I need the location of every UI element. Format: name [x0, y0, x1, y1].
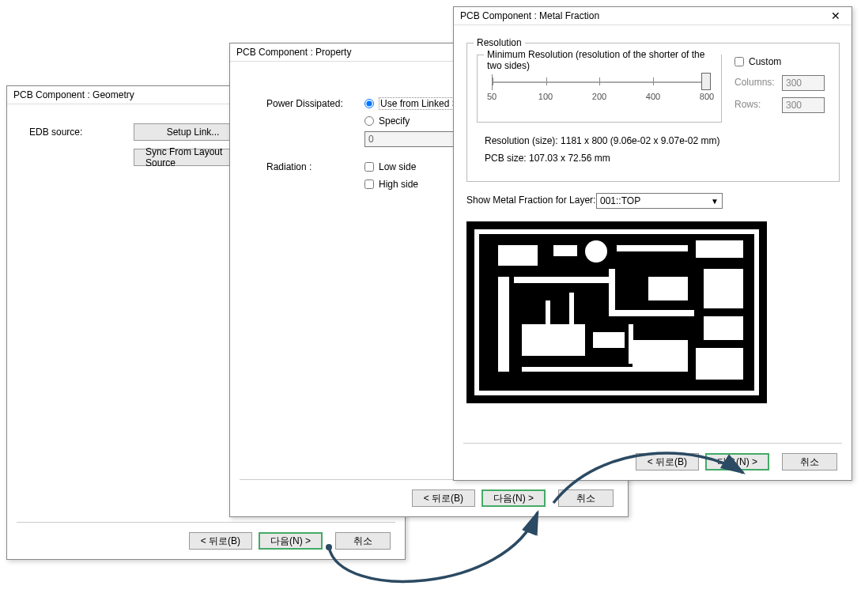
columns-label: Columns:	[734, 77, 775, 88]
radio-specify[interactable]: Specify	[364, 114, 410, 128]
layer-selected-text: 001::TOP	[600, 195, 640, 206]
tick-100: 100	[538, 92, 553, 101]
dialog2-back-button[interactable]: < 뒤로(B)	[412, 489, 475, 507]
dialog1-divider	[17, 522, 395, 523]
dialog3-divider	[463, 443, 842, 444]
dialog3-cancel-button[interactable]: 취소	[782, 453, 837, 471]
checkbox-high-side[interactable]: High side	[364, 177, 418, 191]
pcb-size-text: PCB size: 107.03 x 72.56 mm	[485, 153, 610, 164]
resolution-group: Resolution Minimum Resolution (resolutio…	[466, 43, 840, 182]
checkbox-high-label: High side	[379, 179, 418, 190]
chevron-down-icon: ▼	[711, 197, 719, 206]
minres-group: Minimum Resolution (resolution of the sh…	[477, 55, 722, 123]
resolution-legend: Resolution	[474, 37, 525, 48]
dialog-metal-fraction: PCB Component : Metal Fraction ✕ Resolut…	[453, 6, 852, 481]
resolution-size-text: Resolution (size): 1181 x 800 (9.06e-02 …	[485, 135, 720, 146]
resolution-slider[interactable]	[492, 74, 707, 90]
tick-50: 50	[487, 92, 497, 101]
checkbox-low-label: Low side	[379, 161, 416, 172]
radiation-label: Radiation :	[266, 161, 312, 172]
dialog1-title: PCB Component : Geometry	[13, 89, 134, 100]
power-dissipated-label: Power Dissipated:	[266, 98, 343, 109]
custom-label: Custom	[749, 56, 781, 67]
checkbox-custom[interactable]: Custom	[734, 55, 781, 69]
dialog1-cancel-button[interactable]: 취소	[335, 532, 391, 550]
dialog3-title: PCB Component : Metal Fraction	[460, 10, 599, 21]
slider-thumb[interactable]	[701, 73, 711, 90]
tick-800: 800	[700, 92, 714, 101]
tick-400: 400	[646, 92, 660, 101]
edb-source-label: EDB source:	[29, 127, 82, 138]
layer-select[interactable]: 001::TOP ▼	[596, 193, 723, 209]
show-layer-label: Show Metal Fraction for Layer:	[466, 195, 595, 206]
dialog1-back-button[interactable]: < 뒤로(B)	[189, 532, 252, 550]
rows-input[interactable]	[782, 97, 825, 113]
radio-specify-label: Specify	[379, 115, 410, 127]
columns-input[interactable]	[782, 75, 825, 91]
rows-label: Rows:	[734, 99, 761, 110]
dialog1-next-button[interactable]: 다음(N) >	[259, 532, 323, 550]
dialog2-cancel-button[interactable]: 취소	[558, 489, 614, 507]
dialog3-back-button[interactable]: < 뒤로(B)	[636, 453, 699, 471]
checkbox-low-side[interactable]: Low side	[364, 160, 416, 174]
tick-200: 200	[592, 92, 606, 101]
dialog2-next-button[interactable]: 다음(N) >	[481, 489, 546, 507]
titlebar-metal: PCB Component : Metal Fraction ✕	[454, 7, 852, 25]
close-icon[interactable]: ✕	[826, 10, 845, 21]
dialog2-title: PCB Component : Property	[236, 47, 351, 58]
pcb-preview	[466, 221, 767, 403]
minres-legend: Minimum Resolution (resolution of the sh…	[484, 49, 721, 71]
dialog3-next-button[interactable]: 다음(N) >	[705, 453, 769, 471]
